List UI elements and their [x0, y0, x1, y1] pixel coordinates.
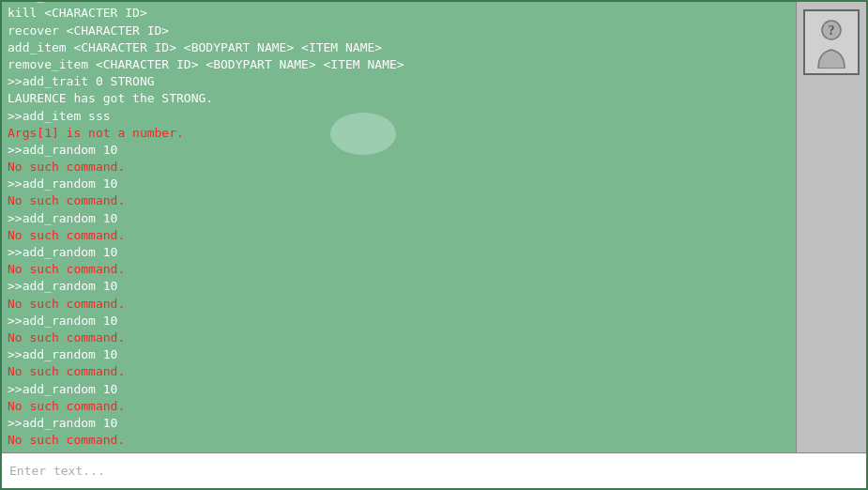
message-line: No such command.: [8, 329, 790, 346]
avatar-icon: ?: [811, 17, 852, 69]
message-line: >>add_random 10: [8, 381, 790, 398]
app-container: add_random_character <NUMBER OF CHARACTE…: [0, 0, 868, 490]
message-line: >>add_random 10: [8, 346, 790, 363]
message-line: Args[1] is not a number.: [8, 125, 790, 142]
message-line: >>add_random 10: [8, 415, 790, 432]
message-line: No such command.: [8, 296, 790, 313]
chat-area: add_random_character <NUMBER OF CHARACTE…: [2, 2, 866, 452]
message-line: add_item <CHARACTER ID> <BODYPART NAME> …: [8, 39, 790, 56]
message-line: recover <CHARACTER ID>: [8, 23, 790, 39]
message-line: No such command.: [8, 432, 790, 449]
avatar-box: ?: [803, 9, 860, 75]
message-line: No such command.: [8, 227, 790, 244]
avatar-panel: ?: [796, 2, 866, 452]
message-line: No such command.: [8, 192, 790, 209]
message-line: No such command.: [8, 398, 790, 415]
message-line: >>add_random 10: [8, 278, 790, 295]
message-line: No such command.: [8, 261, 790, 278]
text-input[interactable]: [6, 458, 862, 484]
messages-container[interactable]: add_random_character <NUMBER OF CHARACTE…: [2, 2, 796, 452]
message-line: >>add_item sss: [8, 108, 790, 125]
message-line: >>add_random 10: [8, 313, 790, 329]
message-line: >>add_random 10: [8, 142, 790, 159]
message-line: No such command.: [8, 363, 790, 380]
message-line: >>add_random 10: [8, 244, 790, 261]
message-line: No such command.: [8, 159, 790, 176]
message-line: LAURENCE has got the STRONG.: [8, 90, 790, 107]
svg-text:?: ?: [829, 23, 835, 38]
message-line: remove_item <CHARACTER ID> <BODYPART NAM…: [8, 56, 790, 73]
message-line: >>add_trait 0 STRONG: [8, 73, 790, 90]
message-line: >>add_random 10: [8, 176, 790, 192]
message-line: kill <CHARACTER ID>: [8, 5, 790, 22]
input-area[interactable]: [2, 452, 866, 488]
message-line: >>add_random 10: [8, 210, 790, 227]
